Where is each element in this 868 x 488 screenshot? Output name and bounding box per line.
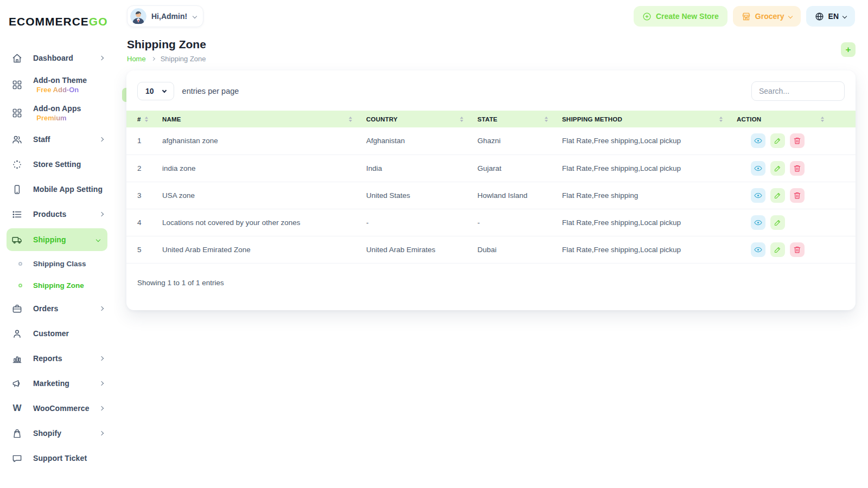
row-number: 2 — [126, 155, 162, 182]
view-button[interactable] — [751, 161, 765, 176]
edit-button[interactable] — [770, 133, 785, 148]
chevron-right-icon — [100, 432, 103, 435]
edit-button[interactable] — [770, 215, 785, 230]
sidebar-item-customer[interactable]: Customer — [0, 321, 114, 346]
sidebar-item-reports[interactable]: Reports — [0, 346, 114, 371]
edit-button[interactable] — [770, 242, 785, 257]
language-selector-button[interactable]: EN — [806, 6, 855, 27]
sort-icon[interactable] — [460, 117, 463, 122]
sidebar-item-support-ticket[interactable]: Support Ticket — [0, 446, 114, 467]
sidebar-subitem-label: Shipping Zone — [33, 281, 84, 290]
pencil-icon — [774, 246, 782, 254]
add-shipping-zone-button[interactable]: + — [841, 42, 856, 57]
zone-shipping-method: Flat Rate,Free shipping — [562, 182, 737, 209]
spinner-icon — [12, 159, 22, 170]
delete-button[interactable] — [790, 133, 805, 148]
sidebar-item-shipping[interactable]: Shipping — [7, 228, 107, 251]
entries-per-page-select[interactable]: 10 — [137, 82, 174, 100]
sidebar-item-label: Staff — [33, 135, 50, 144]
breadcrumb: Home Shipping Zone — [127, 55, 206, 63]
create-new-store-button[interactable]: Create New Store — [634, 6, 727, 27]
sidebar-item-woocommerce[interactable]: WWooCommerce — [0, 396, 114, 421]
sidebar-item-shopify[interactable]: Shopify — [0, 421, 114, 446]
column-header-shipping-method[interactable]: SHIPPING METHOD — [562, 111, 737, 127]
trash-icon — [793, 137, 801, 145]
breadcrumb-home-link[interactable]: Home — [127, 55, 146, 63]
page-title: Shipping Zone — [127, 38, 206, 51]
sort-icon[interactable] — [719, 117, 723, 122]
sort-icon[interactable] — [349, 117, 352, 122]
chevron-right-icon — [100, 56, 103, 60]
column-header-name[interactable]: NAME — [162, 111, 366, 127]
delete-button[interactable] — [790, 161, 805, 176]
sort-icon[interactable] — [545, 117, 548, 122]
chevron-right-icon — [100, 382, 103, 385]
column-label: SHIPPING METHOD — [562, 116, 622, 123]
chevron-right-icon — [100, 138, 103, 141]
sidebar-item-add-on-apps[interactable]: Add-on AppsPremium — [0, 99, 114, 127]
column-header-country[interactable]: COUNTRY — [366, 111, 477, 127]
grid-icon — [12, 80, 22, 90]
zone-country: India — [366, 155, 477, 182]
sidebar-nav: DashboardAdd-on ThemeFree Add-OnAdd-on A… — [0, 41, 114, 467]
sidebar-item-label: Customer — [33, 329, 69, 338]
zone-state: Howland Island — [477, 182, 562, 209]
sidebar-item-label: Products — [33, 210, 66, 219]
home-icon — [12, 53, 22, 63]
column-label: NAME — [162, 116, 181, 123]
entries-per-page-label: entries per page — [182, 87, 239, 95]
pencil-icon — [774, 219, 782, 227]
sidebar-item-store-setting[interactable]: Store Setting — [0, 152, 114, 177]
column-label: ACTION — [737, 116, 761, 123]
view-button[interactable] — [751, 188, 765, 203]
view-button[interactable] — [751, 215, 765, 230]
column-header-action[interactable]: ACTION — [737, 111, 856, 127]
pencil-icon — [774, 191, 782, 200]
list-icon — [12, 209, 22, 220]
store-switcher-button[interactable]: Grocery — [733, 6, 801, 27]
chevron-right-icon — [100, 357, 103, 360]
zone-shipping-method: Flat Rate,Free shipping,Local pickup — [562, 127, 737, 155]
edit-button[interactable] — [770, 188, 785, 203]
delete-button[interactable] — [790, 242, 805, 257]
trash-icon — [793, 191, 801, 200]
sidebar-item-marketing[interactable]: Marketing — [0, 371, 114, 396]
column-header-state[interactable]: STATE — [477, 111, 562, 127]
user-menu[interactable]: Hi,Admin! — [127, 5, 203, 27]
create-new-store-label: Create New Store — [656, 12, 719, 21]
table-search — [751, 81, 845, 101]
sidebar-subitem-shipping-class[interactable]: Shipping Class — [0, 253, 114, 274]
sidebar-item-products[interactable]: Products — [0, 202, 114, 227]
delete-button[interactable] — [790, 188, 805, 203]
bullet-icon — [18, 262, 22, 266]
eye-icon — [754, 191, 762, 200]
search-input[interactable] — [751, 81, 845, 101]
sort-icon[interactable] — [821, 117, 824, 122]
shipping-zone-table: #NAMECOUNTRYSTATESHIPPING METHODACTION 1… — [126, 111, 856, 264]
zone-shipping-method: Flat Rate,Free shipping,Local pickup — [562, 155, 737, 182]
sidebar-item-add-on-theme[interactable]: Add-on ThemeFree Add-On — [0, 70, 114, 99]
view-button[interactable] — [751, 133, 765, 148]
shipping-zone-card: 10 entries per page #NAMECOUNTRYSTATESHI… — [126, 70, 856, 310]
eye-icon — [754, 164, 762, 172]
zone-name: Locations not covered by your other zone… — [162, 209, 366, 236]
pencil-icon — [774, 137, 782, 145]
zone-name: afghanistan zone — [162, 127, 366, 155]
sidebar-subitem-shipping-zone[interactable]: Shipping Zone — [0, 274, 114, 296]
sidebar-item-staff[interactable]: Staff — [0, 127, 114, 152]
column-label: STATE — [477, 116, 497, 123]
edit-button[interactable] — [770, 161, 785, 176]
truck-icon — [12, 235, 22, 245]
zone-country: United Arab Emirates — [366, 236, 477, 263]
chevron-right-icon — [151, 57, 155, 61]
sidebar-item-orders[interactable]: Orders — [0, 296, 114, 321]
briefcase-icon — [12, 304, 22, 314]
sidebar-item-dashboard[interactable]: Dashboard — [0, 46, 114, 70]
table-row: 3USA zoneUnited StatesHowland IslandFlat… — [126, 182, 856, 209]
sort-icon[interactable] — [145, 117, 148, 122]
column-header-[interactable]: # — [126, 111, 162, 127]
row-actions — [737, 209, 856, 236]
view-button[interactable] — [751, 242, 765, 257]
chart-icon — [12, 354, 22, 364]
sidebar-item-mobile-app-setting[interactable]: Mobile App Setting — [0, 177, 114, 202]
